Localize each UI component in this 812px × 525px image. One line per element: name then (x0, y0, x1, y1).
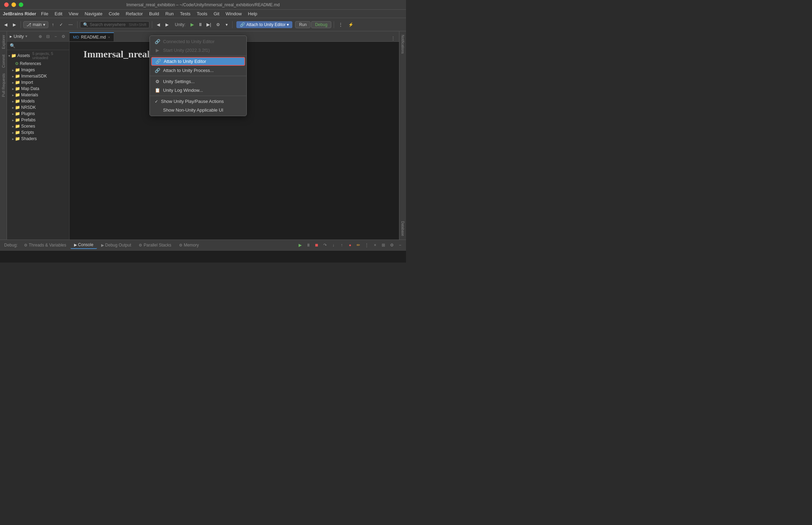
tab-parallel-stacks[interactable]: ⚙ Parallel Stacks (135, 242, 174, 249)
dropdown-show-non-unity[interactable]: Show Non-Unity Applicable UI (150, 106, 246, 114)
search-shortcut: Shift+Shift (129, 23, 146, 27)
power-button[interactable]: ⚡ (346, 21, 356, 28)
commit-button[interactable]: ✓ (57, 21, 65, 28)
bottom-console: Console output is not available when the… (0, 251, 406, 262)
settings-debug-button[interactable]: ⚙ (388, 241, 396, 249)
debug-resume-button[interactable]: ▶ (296, 241, 304, 249)
right-sidebar: Notifications Database (399, 31, 406, 240)
debug-evaluate-button[interactable]: ● (346, 241, 354, 249)
tree-root[interactable]: ▾ 📁 Assets 5 projects, 5 unloaded (7, 51, 69, 60)
expand-arrow-icon: ▸ (12, 68, 14, 72)
tree-item-mapdata[interactable]: ▸ 📁 Map Data (7, 86, 69, 92)
nav-left-button[interactable]: ◀ (155, 21, 162, 28)
tree-item-immersalsdk[interactable]: ▸ 📁 ImmersalSDK (7, 73, 69, 79)
menu-help[interactable]: Help (245, 10, 260, 17)
menu-build[interactable]: Build (146, 10, 162, 17)
tree-item-references[interactable]: ⚙ References (7, 60, 69, 67)
debug-more-button[interactable]: ⋮ (363, 241, 371, 249)
debug-stop-button[interactable]: ⏹ (313, 241, 320, 249)
menu-tools[interactable]: Tools (194, 10, 210, 17)
back-button[interactable]: ◀ (2, 21, 9, 28)
dropdown-unity-settings[interactable]: ⚙ Unity Settings... (150, 77, 246, 86)
debug-edit-button[interactable]: ✏ (355, 241, 362, 249)
dropdown-arrow-button[interactable]: ▾ (224, 21, 230, 28)
minimize-button[interactable] (11, 2, 16, 7)
tree-item-images[interactable]: ▸ 📁 Images (7, 67, 69, 73)
menu-tests[interactable]: Tests (177, 10, 193, 17)
step-button[interactable]: ▶| (205, 21, 213, 29)
scroll-to-selection-button[interactable]: ⊕ (37, 33, 43, 40)
pause-button[interactable]: ⏸ (197, 21, 204, 29)
dropdown-unity-log[interactable]: 📋 Unity Log Window... (150, 86, 246, 95)
tree-item-shaders[interactable]: ▸ 📁 Shaders (7, 136, 69, 142)
tab-debug-output[interactable]: ▶ Debug Output (98, 242, 135, 249)
close-debug-panel-button[interactable]: × (371, 241, 379, 249)
attach-process-label: Attach to Unity Process... (163, 68, 214, 73)
search-bar[interactable]: 🔍 Search everywhere Shift+Shift (80, 21, 149, 28)
minimize-debug-button[interactable]: − (396, 241, 404, 249)
more-vcs-button[interactable]: ⋯ (66, 21, 75, 28)
nav-right-button[interactable]: ▶ (163, 21, 171, 28)
settings-button[interactable]: ⚙ (214, 21, 222, 28)
import-label: Import (21, 80, 33, 85)
menu-run[interactable]: Run (163, 10, 177, 17)
explorer-tab[interactable]: Explorer (0, 33, 7, 51)
collapse-all-button[interactable]: ⊟ (45, 33, 51, 40)
hide-button[interactable]: − (52, 33, 59, 40)
main-toolbar: ◀ ▶ ⎇ main ▾ ↑ ✓ ⋯ 🔍 Search everywhere S… (0, 18, 406, 31)
window-controls[interactable] (4, 2, 23, 7)
menu-navigate[interactable]: Navigate (82, 10, 105, 17)
debug-step-over[interactable]: ↷ (321, 241, 329, 249)
folder-icon-import: 📁 (15, 80, 20, 85)
settings-tree-button[interactable]: ⚙ (60, 33, 66, 40)
debug-output-icon: ▶ (101, 243, 104, 248)
tree-item-plugins[interactable]: ▸ 📁 Plugins (7, 111, 69, 117)
debug-pause-button[interactable]: ⏸ (304, 241, 312, 249)
menu-edit[interactable]: Edit (52, 10, 65, 17)
update-button[interactable]: ↑ (50, 21, 56, 28)
expand-arrow-icon: ▸ (12, 99, 14, 103)
branch-selector[interactable]: ⎇ main ▾ (23, 21, 48, 28)
tree-item-models[interactable]: ▸ 📁 Models (7, 98, 69, 104)
menu-code[interactable]: Code (106, 10, 122, 17)
tree-item-scenes[interactable]: ▸ 📁 Scenes (7, 123, 69, 129)
tab-memory[interactable]: ⚙ Memory (176, 242, 202, 249)
tree-item-prefabs[interactable]: ▸ 📁 Prefabs (7, 117, 69, 123)
tree-item-import[interactable]: ▸ 📁 Import (7, 79, 69, 86)
dropdown-attach-process[interactable]: 🔗 Attach to Unity Process... (150, 66, 246, 75)
more-button[interactable]: ⋮ (336, 21, 345, 28)
play-button[interactable]: ▶ (188, 21, 196, 29)
expand-arrow-icon: ▸ (12, 124, 14, 128)
tab-console[interactable]: ▶ Console (71, 241, 97, 249)
tree-item-scripts[interactable]: ▸ 📁 Scripts (7, 129, 69, 136)
maximize-button[interactable] (19, 2, 23, 7)
tree-item-materials[interactable]: ▸ 📁 Materials (7, 92, 69, 98)
tab-close-button[interactable]: × (108, 35, 110, 39)
start-unity-label: Start Unity (2022.3.2f1) (163, 48, 210, 53)
tab-readme[interactable]: MD README.md × (70, 32, 114, 41)
debug-button[interactable]: Debug (311, 21, 331, 28)
commit-tab[interactable]: Commit (0, 52, 7, 70)
debug-step-into[interactable]: ↓ (330, 241, 337, 249)
menu-refactor[interactable]: Refactor (123, 10, 146, 17)
database-tab[interactable]: Database (400, 219, 406, 238)
menu-window[interactable]: Window (223, 10, 244, 17)
dropdown-attach-editor[interactable]: 🔗 Attach to Unity Editor (151, 57, 245, 66)
layout-button[interactable]: ⊞ (380, 241, 387, 249)
menu-view[interactable]: View (66, 10, 81, 17)
tree-search-input[interactable] (17, 43, 69, 48)
attach-to-unity-button[interactable]: 🔗 Attach to Unity Editor ▾ (236, 21, 293, 28)
run-button[interactable]: Run (295, 21, 310, 28)
editor-settings-button[interactable]: ⋮ (390, 35, 396, 41)
forward-button[interactable]: ▶ (11, 21, 18, 28)
title-bar: Immersal_nreal_exhibition – ~/Code/Unity… (0, 0, 406, 10)
tab-threads-variables[interactable]: ⚙ Threads & Variables (21, 242, 70, 249)
menu-file[interactable]: File (38, 10, 51, 17)
pull-requests-tab[interactable]: Pull Requests (0, 71, 7, 99)
close-button[interactable] (4, 2, 9, 7)
notifications-tab[interactable]: Notifications (400, 33, 406, 56)
dropdown-show-play-actions[interactable]: ✓ Show Unity Play/Pause Actions (150, 97, 246, 106)
debug-step-out[interactable]: ↑ (338, 241, 346, 249)
tree-item-nrsdk[interactable]: ▸ 📁 NRSDK (7, 104, 69, 111)
menu-git[interactable]: Git (211, 10, 222, 17)
